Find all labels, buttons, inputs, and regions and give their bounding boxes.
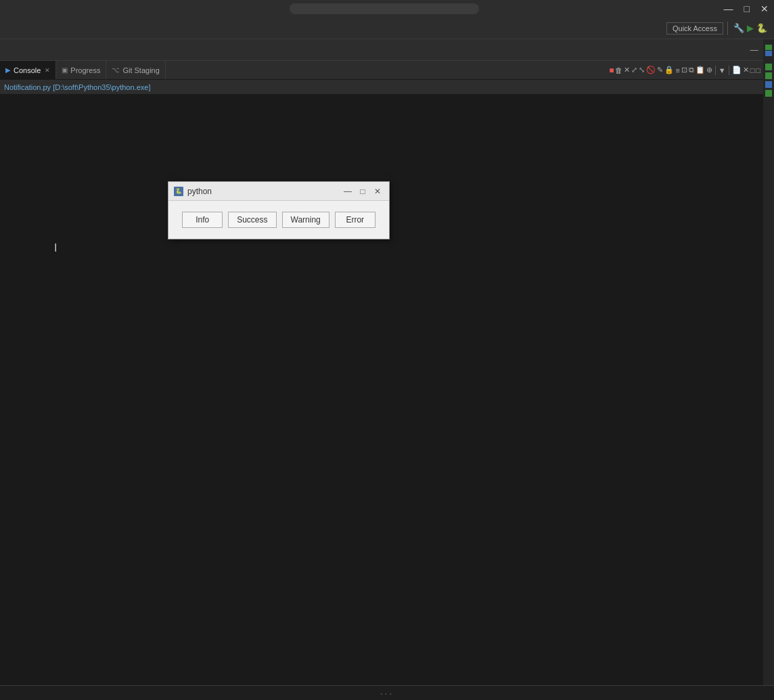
- separator-2: [729, 66, 729, 75]
- panel-minimize-btn[interactable]: —: [748, 45, 761, 55]
- dialog-minimize-btn[interactable]: —: [342, 185, 354, 197]
- close-console-icon[interactable]: ✕: [743, 66, 749, 74]
- maximize-button[interactable]: □: [744, 4, 750, 14]
- right-panel-icon-blue: [765, 51, 772, 56]
- clear-console-icon[interactable]: 🗑: [615, 66, 622, 74]
- status-dots: ···: [380, 688, 394, 699]
- tab-git-staging[interactable]: ⌥ Git Staging: [106, 61, 165, 79]
- side-panel-icon-3: [765, 81, 772, 88]
- toolbar-icon-3[interactable]: 🐍: [756, 23, 767, 33]
- success-button[interactable]: Success: [228, 212, 276, 228]
- git-staging-tab-label: Git Staging: [122, 66, 159, 74]
- wrap-icon[interactable]: ≡: [675, 66, 679, 74]
- add-icon[interactable]: ⊕: [706, 66, 712, 74]
- title-input[interactable]: [290, 3, 479, 14]
- side-panel-icon-2: [765, 72, 772, 79]
- shrink-icon[interactable]: ⤡: [639, 66, 645, 74]
- progress-icon: ▣: [62, 66, 68, 74]
- toolbar-icon-1[interactable]: 🔧: [733, 23, 744, 33]
- expand-icon[interactable]: ⤢: [631, 66, 637, 74]
- side-panel-icon-4: [765, 90, 772, 97]
- warning-button[interactable]: Warning: [282, 212, 329, 228]
- path-text: Notification.py [D:\soft\Python35\python…: [4, 83, 150, 91]
- block-icon[interactable]: 🚫: [646, 66, 656, 74]
- dialog-app-icon: 🐍: [174, 187, 183, 196]
- info-button[interactable]: Info: [182, 212, 223, 228]
- close-button[interactable]: ✕: [760, 4, 769, 14]
- python-dialog: 🐍 python — □ ✕ Info Success Warning Erro…: [168, 181, 390, 239]
- paste-icon[interactable]: 📋: [696, 66, 705, 74]
- dialog-body: Info Success Warning Error: [168, 201, 389, 239]
- tab-console[interactable]: ▶ Console ✕: [0, 61, 56, 79]
- text-cursor: I: [54, 242, 57, 254]
- side-panel-icon-1: [765, 64, 772, 70]
- dialog-titlebar: 🐍 python — □ ✕: [168, 182, 389, 201]
- quick-access-button[interactable]: Quick Access: [666, 22, 723, 34]
- terminate-icon[interactable]: ✕: [624, 66, 630, 74]
- edit-icon[interactable]: ✎: [657, 66, 663, 74]
- tab-progress[interactable]: ▣ Progress: [56, 61, 106, 79]
- dialog-title-text: python: [187, 187, 338, 196]
- separator-1: [715, 66, 716, 75]
- minimize-button[interactable]: —: [724, 4, 733, 14]
- error-button[interactable]: Error: [335, 212, 375, 228]
- dropdown-icon[interactable]: ▼: [719, 66, 726, 74]
- pin-icon[interactable]: □: [756, 66, 760, 74]
- toolbar-icon-2[interactable]: ▶: [747, 23, 754, 33]
- copy-icon[interactable]: ⧉: [689, 66, 694, 74]
- dialog-close-btn[interactable]: ✕: [371, 185, 384, 197]
- stop-icon[interactable]: ■: [609, 66, 614, 75]
- lock-icon[interactable]: 🔒: [664, 66, 674, 74]
- dialog-maximize-btn[interactable]: □: [357, 185, 369, 197]
- new-icon[interactable]: 📄: [732, 66, 742, 74]
- status-bar: ···: [0, 685, 774, 700]
- right-panel-icon-green: [765, 45, 772, 50]
- git-icon: ⌥: [112, 66, 120, 74]
- console-tab-close[interactable]: ✕: [45, 67, 50, 74]
- console-tab-label: Console: [14, 66, 41, 74]
- progress-tab-label: Progress: [70, 66, 100, 74]
- restore-icon[interactable]: □: [750, 66, 755, 74]
- grid-icon[interactable]: ⊡: [681, 66, 687, 74]
- console-icon: ▶: [5, 66, 11, 74]
- path-bar: Notification.py [D:\soft\Python35\python…: [0, 80, 763, 95]
